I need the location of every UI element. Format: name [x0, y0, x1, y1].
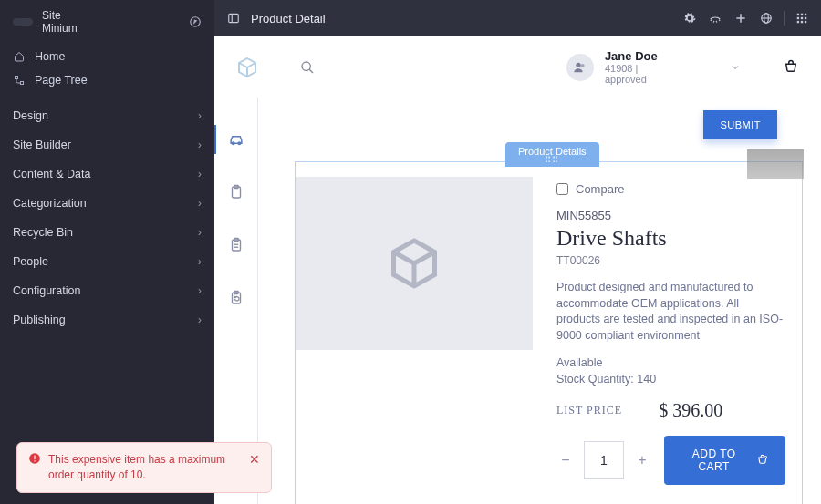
card-tab[interactable]: Product Details ⠿⠿	[505, 142, 599, 167]
separator	[784, 11, 785, 26]
sidebar-item-categorization[interactable]: Categorization ›	[0, 189, 214, 218]
svg-rect-15	[805, 14, 806, 15]
chevron-right-icon: ›	[198, 139, 202, 151]
error-alert: This expensive item has a maximum order …	[16, 442, 272, 493]
product-model: TT00026	[556, 254, 785, 267]
overlay-block	[747, 149, 804, 179]
clipboard-icon[interactable]	[225, 181, 247, 203]
alert-message: This expensive item has a maximum order …	[48, 452, 242, 483]
alert-close-icon[interactable]: ✕	[249, 452, 260, 467]
main-area: Product Detail Jane D	[214, 0, 821, 504]
site-logo-icon[interactable]	[236, 57, 258, 78]
cart-icon[interactable]	[783, 59, 799, 76]
sidebar-item-label: Recycle Bin	[13, 226, 73, 239]
qty-minus-button[interactable]: −	[556, 451, 575, 469]
sidebar-item-label: Design	[13, 109, 48, 122]
svg-rect-17	[801, 17, 803, 19]
account-name: Jane Doe	[605, 49, 682, 63]
svg-line-23	[309, 69, 313, 73]
site-header: Jane Doe 41908 | approved	[214, 36, 821, 98]
plus-icon[interactable]	[733, 12, 749, 25]
users-icon	[566, 54, 594, 81]
svg-rect-20	[801, 21, 803, 23]
content: SUBMIT Product Details ⠿⠿ Compare	[214, 98, 821, 504]
svg-rect-14	[801, 14, 803, 15]
submit-button[interactable]: SUBMIT	[703, 110, 777, 139]
site-brand[interactable]: Site Minium	[0, 0, 214, 45]
globe-icon[interactable]	[758, 12, 774, 25]
sidebar-item-label: Configuration	[13, 284, 80, 297]
brand-line2: Minium	[42, 22, 78, 35]
price-label: LIST PRICE	[556, 404, 622, 417]
compare-input[interactable]	[556, 183, 568, 195]
sidebar-item-label: Publishing	[13, 314, 66, 326]
product-stock: Stock Quantity: 140	[556, 373, 785, 386]
cart-add-icon	[756, 453, 769, 468]
svg-rect-1	[16, 76, 18, 78]
eye-hidden-icon[interactable]	[707, 12, 723, 25]
svg-rect-19	[797, 21, 799, 23]
svg-rect-13	[797, 14, 799, 15]
sidebar-item-sitebuilder[interactable]: Site Builder ›	[0, 130, 214, 159]
drag-handle-icon[interactable]: ⠿⠿	[518, 157, 587, 164]
qty-value[interactable]: 1	[584, 441, 624, 479]
sidebar-item-label: Content & Data	[13, 168, 90, 180]
product-availability: Available	[556, 356, 785, 369]
sidebar-item-design[interactable]: Design ›	[0, 101, 214, 130]
compare-checkbox[interactable]: Compare	[556, 182, 785, 196]
svg-rect-6	[229, 14, 239, 22]
qty-plus-button[interactable]: +	[633, 451, 651, 469]
chevron-right-icon: ›	[198, 284, 202, 297]
error-icon	[28, 452, 41, 465]
chevron-down-icon[interactable]	[730, 62, 741, 73]
panel-icon[interactable]	[225, 12, 242, 25]
quantity-stepper: − 1 +	[556, 441, 651, 479]
add-to-cart-label: ADD TO CART	[681, 447, 747, 473]
product-description: Product designed and manufactured to acc…	[556, 280, 785, 344]
svg-rect-5	[34, 461, 35, 462]
topbar: Product Detail	[214, 0, 821, 36]
product-name: Drive Shafts	[556, 226, 785, 251]
canvas: SUBMIT Product Details ⠿⠿ Compare	[258, 98, 821, 504]
account-sub: 41908 | approved	[605, 63, 682, 85]
account-selector[interactable]: Jane Doe 41908 | approved	[566, 49, 741, 85]
chevron-right-icon: ›	[198, 314, 202, 326]
svg-point-25	[581, 64, 585, 67]
vehicle-icon[interactable]	[225, 129, 247, 150]
brand-logo	[13, 18, 33, 26]
apps-grid-icon[interactable]	[794, 12, 810, 25]
compare-label: Compare	[576, 182, 624, 196]
clipboard-refresh-icon[interactable]	[225, 287, 247, 309]
product-image-placeholder	[296, 177, 533, 350]
sidebar-item-label: People	[13, 255, 48, 268]
clipboard-list-icon[interactable]	[225, 234, 247, 256]
sidebar-item-configuration[interactable]: Configuration ›	[0, 276, 214, 305]
brand-line1: Site	[42, 9, 78, 22]
active-indicator	[214, 125, 216, 154]
svg-rect-18	[805, 17, 806, 19]
product-sku: MIN55855	[556, 209, 785, 222]
sidebar-link-label: Page Tree	[35, 74, 88, 87]
sidebar-item-people[interactable]: People ›	[0, 247, 214, 276]
tree-icon	[13, 75, 26, 86]
sidebar-link-pagetree[interactable]: Page Tree	[0, 68, 214, 92]
gear-icon[interactable]	[681, 12, 698, 25]
price-value: $ 396.00	[659, 400, 722, 421]
home-icon	[13, 51, 26, 62]
svg-rect-21	[805, 21, 806, 23]
search-icon[interactable]	[300, 60, 315, 75]
product-details-card[interactable]: Product Details ⠿⠿ Compare MIN55855 D	[295, 161, 803, 504]
chevron-right-icon: ›	[198, 226, 202, 239]
svg-rect-2	[21, 81, 24, 84]
svg-rect-4	[34, 456, 35, 460]
sidebar-item-contentdata[interactable]: Content & Data ›	[0, 159, 214, 189]
admin-sidebar: Site Minium Home Page Tree Design › Site…	[0, 0, 214, 504]
add-to-cart-button[interactable]: ADD TO CART	[664, 436, 785, 485]
sidebar-item-recyclebin[interactable]: Recycle Bin ›	[0, 218, 214, 247]
chevron-right-icon: ›	[198, 197, 202, 210]
sidebar-item-publishing[interactable]: Publishing ›	[0, 305, 214, 334]
svg-point-22	[302, 62, 310, 70]
sidebar-link-home[interactable]: Home	[0, 45, 214, 68]
svg-point-24	[576, 62, 580, 67]
compass-icon[interactable]	[189, 15, 202, 28]
